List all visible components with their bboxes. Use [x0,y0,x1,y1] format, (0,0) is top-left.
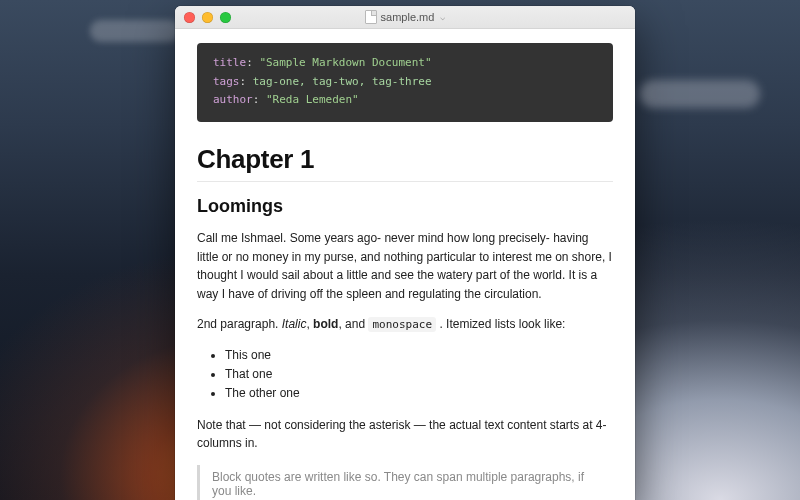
document-content[interactable]: title: "Sample Markdown Document"tags: t… [175,29,635,500]
frontmatter-colon: : [246,56,259,69]
window-filename: sample.md [381,11,435,23]
paragraph: Call me Ishmael. Some years ago- never m… [197,229,613,303]
frontmatter-line: author: "Reda Lemeden" [213,91,597,110]
frontmatter-colon: : [253,93,266,106]
frontmatter-line: tags: tag-one, tag-two, tag-three [213,73,597,92]
frontmatter-value: tag-one, tag-two, tag-three [253,75,432,88]
text: 2nd paragraph. [197,317,282,331]
frontmatter-key: title [213,56,246,69]
minimize-icon[interactable] [202,12,213,23]
heading-2: Loomings [197,196,613,217]
editor-window: sample.md ⌵ title: "Sample Markdown Docu… [175,6,635,500]
frontmatter-line: title: "Sample Markdown Document" [213,54,597,73]
text: , and [338,317,368,331]
frontmatter-key: author [213,93,253,106]
unordered-list: This oneThat oneThe other one [197,346,613,404]
italic-text: Italic [282,317,307,331]
frontmatter-block: title: "Sample Markdown Document"tags: t… [197,43,613,122]
frontmatter-colon: : [240,75,253,88]
window-titlebar[interactable]: sample.md ⌵ [175,6,635,29]
frontmatter-value: "Sample Markdown Document" [259,56,431,69]
monospace-text: monospace [368,317,436,332]
window-title: sample.md ⌵ [175,10,635,24]
horizontal-rule [197,181,613,182]
document-icon [365,10,377,24]
paragraph: Note that — not considering the asterisk… [197,416,613,453]
paragraph: 2nd paragraph. Italic, bold, and monospa… [197,315,613,334]
frontmatter-value: "Reda Lemeden" [266,93,359,106]
window-controls [175,12,231,23]
list-item: The other one [225,384,613,403]
desktop-wallpaper: sample.md ⌵ title: "Sample Markdown Docu… [0,0,800,500]
list-item: That one [225,365,613,384]
chevron-down-icon[interactable]: ⌵ [440,12,445,22]
heading-1: Chapter 1 [197,144,613,175]
zoom-icon[interactable] [220,12,231,23]
close-icon[interactable] [184,12,195,23]
frontmatter-key: tags [213,75,240,88]
list-item: This one [225,346,613,365]
text: . Itemized lists look like: [436,317,565,331]
blockquote: Block quotes are written like so. They c… [197,465,613,500]
bold-text: bold [313,317,338,331]
